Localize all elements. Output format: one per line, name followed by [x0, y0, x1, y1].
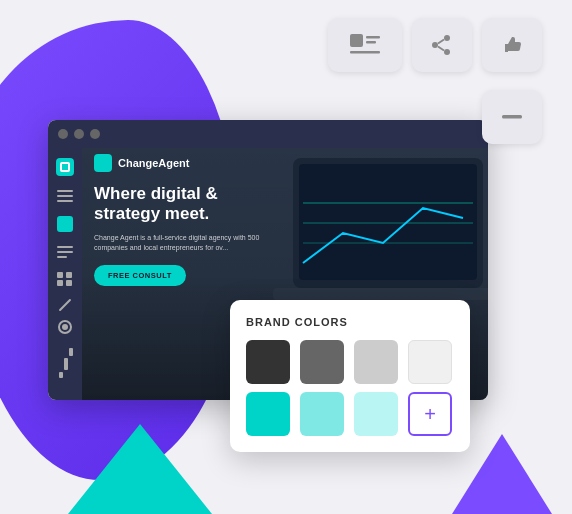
brand-name: ChangeAgent [118, 157, 190, 169]
svg-point-4 [444, 35, 450, 41]
svg-rect-11 [299, 164, 477, 280]
share-button[interactable] [412, 18, 472, 72]
minus-button[interactable] [482, 90, 542, 144]
add-color-button[interactable]: + [408, 392, 452, 436]
color-swatch-dark[interactable] [246, 340, 290, 384]
sidebar-icon-list[interactable] [57, 190, 73, 202]
hero-text-block: Where digital &strategy meet. Change Age… [94, 184, 294, 286]
sidebar-icon-gear[interactable] [58, 320, 72, 334]
sidebar-icon-pencil[interactable] [59, 299, 72, 312]
svg-point-5 [432, 42, 438, 48]
hero-description: Change Agent is a full-service digital a… [94, 233, 294, 253]
sidebar-icon-text[interactable] [57, 246, 73, 258]
traffic-light-red [58, 129, 68, 139]
traffic-light-yellow [74, 129, 84, 139]
svg-rect-9 [502, 115, 522, 119]
color-swatch-teal[interactable] [246, 392, 290, 436]
color-swatch-light-gray[interactable] [354, 340, 398, 384]
svg-point-6 [444, 49, 450, 55]
color-swatch-gray[interactable] [300, 340, 344, 384]
color-swatch-white[interactable] [408, 340, 452, 384]
cta-button[interactable]: FREE CONSULT [94, 265, 186, 286]
nav-bar: ChangeAgent [82, 154, 488, 172]
thumbsup-button[interactable] [482, 18, 542, 72]
brand-colors-panel: BRAND COLORS + [230, 300, 470, 452]
sidebar-logo[interactable] [56, 158, 74, 176]
brand-colors-title: BRAND COLORS [246, 316, 454, 328]
sidebar [48, 148, 82, 400]
svg-rect-2 [366, 41, 376, 44]
sidebar-icon-chart[interactable] [57, 348, 73, 378]
toolbar-mid [408, 90, 542, 144]
brand-logo-icon [94, 154, 112, 172]
color-swatches-grid: + [246, 340, 454, 436]
traffic-light-green [90, 129, 100, 139]
toolbar-top [328, 18, 542, 72]
sidebar-layers[interactable] [57, 216, 73, 232]
sidebar-icon-grid[interactable] [57, 272, 73, 286]
background-triangle-bottom [60, 424, 220, 514]
media-text-button[interactable] [328, 18, 402, 72]
svg-rect-0 [350, 34, 363, 47]
svg-rect-3 [350, 51, 380, 54]
color-swatch-light-teal[interactable] [300, 392, 344, 436]
svg-line-8 [438, 47, 444, 51]
svg-rect-1 [366, 36, 380, 39]
hero-heading: Where digital &strategy meet. [94, 184, 294, 225]
svg-line-7 [438, 40, 444, 44]
color-swatch-pale-teal[interactable] [354, 392, 398, 436]
